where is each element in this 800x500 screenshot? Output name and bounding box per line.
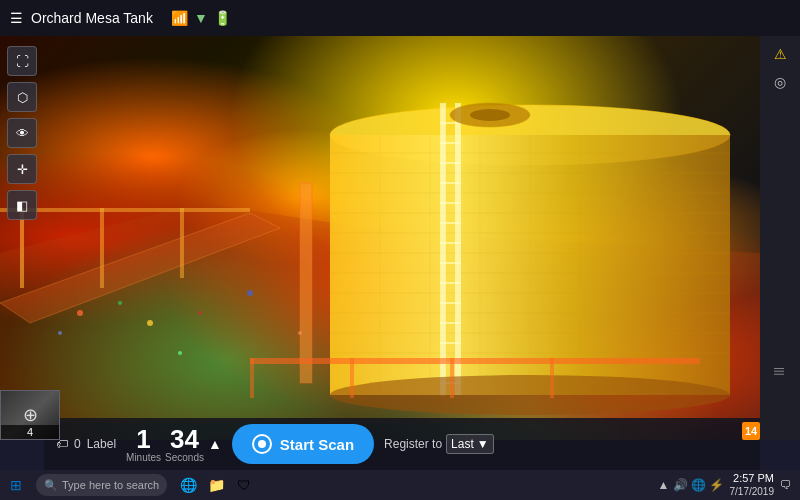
header-status-icons: 📶 ▼ 🔋 xyxy=(171,10,231,26)
time-section: 1 Minutes 34 Seconds ▲ xyxy=(126,426,222,463)
taskbar-app-icons: 🌐 📁 🛡 xyxy=(175,472,257,498)
header-left: ☰ Orchard Mesa Tank 📶 ▼ 🔋 xyxy=(10,10,231,26)
svg-rect-5 xyxy=(180,208,184,278)
thumbnail-number: 4 xyxy=(1,425,59,439)
search-icon: 🔍 xyxy=(44,479,58,492)
warning-icon[interactable]: ⚠ xyxy=(774,46,787,62)
eye-icon: 👁 xyxy=(16,126,29,141)
svg-point-54 xyxy=(147,320,153,326)
point-cloud-visualization xyxy=(0,36,760,440)
time-up-arrow-icon[interactable]: ▲ xyxy=(208,436,222,452)
svg-point-57 xyxy=(178,351,182,355)
svg-point-53 xyxy=(58,331,62,335)
register-dropdown[interactable]: Last ▼ xyxy=(446,434,494,454)
main-viewport xyxy=(0,36,760,440)
search-placeholder-text: Type here to search xyxy=(62,479,159,491)
svg-rect-4 xyxy=(100,208,104,288)
label-count: 0 xyxy=(74,437,81,451)
register-section: Register to Last ▼ xyxy=(384,434,494,454)
start-button[interactable]: ⊞ xyxy=(0,470,32,500)
tray-network-icon[interactable]: 🌐 xyxy=(691,478,706,492)
target-button[interactable]: ✛ xyxy=(7,154,37,184)
taskbar: ⊞ 🔍 Type here to search 🌐 📁 🛡 ▲ 🔊 🌐 ⚡ 2:… xyxy=(0,470,800,500)
taskbar-right: ▲ 🔊 🌐 ⚡ 2:57 PM 7/17/2019 🗨 xyxy=(658,472,800,497)
signal-icon: 📶 xyxy=(171,10,188,26)
badge-count: 14 xyxy=(742,422,760,440)
menu-icon[interactable]: ☰ xyxy=(10,10,23,26)
expand-icon: ⛶ xyxy=(16,54,29,69)
page-title: Orchard Mesa Tank xyxy=(31,10,153,26)
tag-section: 🏷 0 Label xyxy=(56,437,116,451)
thumbnail-preview[interactable]: ⊕ 4 xyxy=(0,390,60,440)
register-label: Register to xyxy=(384,437,442,451)
svg-point-56 xyxy=(247,290,253,296)
svg-rect-46 xyxy=(250,358,700,364)
minutes-value: 1 xyxy=(136,426,150,452)
crosshair-icon: ✛ xyxy=(17,162,28,177)
register-option: Last xyxy=(451,437,474,451)
expand-button[interactable]: ⛶ xyxy=(7,46,37,76)
layers-icon: ◧ xyxy=(16,198,28,213)
taskbar-shield-icon[interactable]: 🛡 xyxy=(231,472,257,498)
tray-battery-icon[interactable]: ⚡ xyxy=(709,478,724,492)
svg-rect-48 xyxy=(350,358,354,398)
tray-icons: ▲ 🔊 🌐 ⚡ xyxy=(658,478,724,492)
clock-date: 7/17/2019 xyxy=(730,486,775,498)
svg-point-51 xyxy=(77,310,83,316)
3d-view-button[interactable]: ⬡ xyxy=(7,82,37,112)
battery-icon: 🔋 xyxy=(214,10,231,26)
svg-rect-49 xyxy=(450,358,454,398)
start-scan-button[interactable]: Start Scan xyxy=(232,424,374,464)
svg-point-58 xyxy=(298,331,302,335)
layers-button[interactable]: ◧ xyxy=(7,190,37,220)
label-text: Label xyxy=(87,437,116,451)
svg-rect-27 xyxy=(455,103,461,395)
scan-circle-icon xyxy=(252,434,272,454)
seconds-unit: Seconds xyxy=(165,452,204,463)
cube-icon: ⬡ xyxy=(17,90,28,105)
taskbar-search[interactable]: 🔍 Type here to search xyxy=(36,474,167,496)
location-icon[interactable]: ◎ xyxy=(770,70,790,94)
header-bar: ☰ Orchard Mesa Tank 📶 ▼ 🔋 xyxy=(0,0,800,36)
svg-point-55 xyxy=(198,311,202,315)
svg-rect-45 xyxy=(300,183,312,383)
thumbnail-crosshair-icon: ⊕ xyxy=(23,404,38,426)
right-sidebar: ⚠ ◎ ||| xyxy=(760,36,800,440)
svg-rect-47 xyxy=(250,358,254,398)
svg-point-43 xyxy=(470,109,510,121)
svg-point-52 xyxy=(118,301,122,305)
info-icon[interactable]: ||| xyxy=(770,363,790,380)
taskbar-edge-icon[interactable]: 🌐 xyxy=(175,472,201,498)
seconds-value: 34 xyxy=(170,426,199,452)
svg-rect-50 xyxy=(550,358,554,398)
minutes-unit: Minutes xyxy=(126,452,161,463)
tray-up-arrow[interactable]: ▲ xyxy=(658,478,670,492)
bottom-control-bar: 🏷 0 Label 1 Minutes 34 Seconds ▲ Start S… xyxy=(44,418,760,470)
svg-point-44 xyxy=(330,375,730,415)
scene-svg xyxy=(0,36,760,440)
clock-time: 2:57 PM xyxy=(730,472,775,485)
taskbar-explorer-icon[interactable]: 📁 xyxy=(203,472,229,498)
taskbar-clock[interactable]: 2:57 PM 7/17/2019 xyxy=(730,472,775,497)
dropdown-arrow-icon: ▼ xyxy=(477,437,489,451)
notification-icon[interactable]: 🗨 xyxy=(780,478,792,492)
left-toolbar: ⛶ ⬡ 👁 ✛ ◧ xyxy=(0,36,44,440)
view-options-button[interactable]: 👁 xyxy=(7,118,37,148)
wifi-icon: ▼ xyxy=(194,10,208,26)
tray-speaker-icon[interactable]: 🔊 xyxy=(673,478,688,492)
svg-rect-26 xyxy=(440,103,446,395)
windows-icon: ⊞ xyxy=(10,477,22,493)
start-scan-label: Start Scan xyxy=(280,436,354,453)
